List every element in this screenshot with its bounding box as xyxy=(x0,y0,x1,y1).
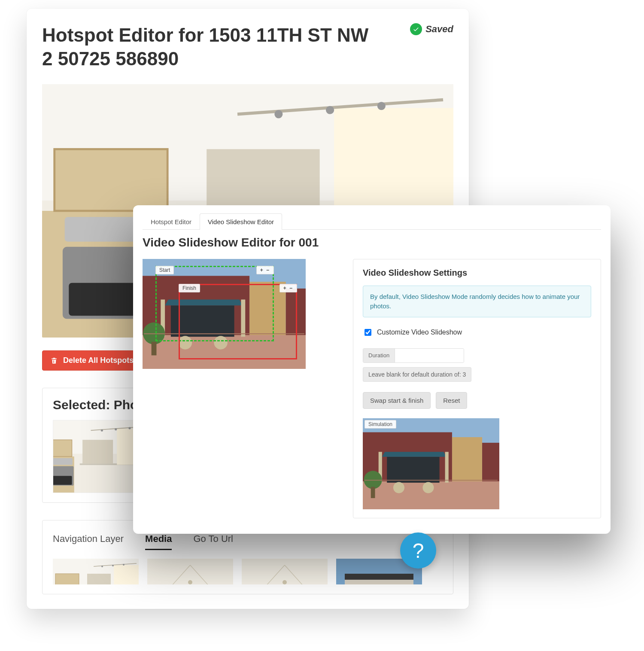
reset-button[interactable]: Reset xyxy=(436,392,467,409)
start-frame-zoom-buttons[interactable]: + − xyxy=(256,266,274,274)
video-slideshow-editor-card: Hotspot Editor Video Slideshow Editor Vi… xyxy=(133,205,611,534)
customize-checkbox-label: Customize Video Slideshow xyxy=(377,329,462,336)
question-icon: ? xyxy=(413,539,424,563)
save-status-text: Saved xyxy=(425,24,453,35)
media-tabs: Navigation Layer Media Go To Url xyxy=(53,533,443,550)
duration-input[interactable] xyxy=(395,349,464,362)
delete-button-label: Delete All Hotspots xyxy=(63,356,134,365)
media-gallery xyxy=(53,559,443,584)
start-frame-label: Start xyxy=(155,266,174,274)
help-button[interactable]: ? xyxy=(400,532,436,569)
tab-media[interactable]: Media xyxy=(145,533,172,550)
tab-go-to-url[interactable]: Go To Url xyxy=(193,533,233,549)
settings-info: By default, Video Slideshow Mode randoml… xyxy=(363,286,591,317)
slideshow-settings-panel: Video Slideshow Settings By default, Vid… xyxy=(353,259,601,518)
duration-input-group: Duration xyxy=(363,348,464,363)
save-status-badge: Saved xyxy=(410,23,453,35)
page-title: Hotspot Editor for 1503 11TH ST NW 2 507… xyxy=(42,23,377,70)
media-thumbnail[interactable] xyxy=(147,559,233,584)
customize-checkbox[interactable] xyxy=(365,329,371,336)
tab-video-slideshow-editor[interactable]: Video Slideshow Editor xyxy=(200,213,282,230)
settings-title: Video Slideshow Settings xyxy=(363,268,591,278)
tab-navigation-layer[interactable]: Navigation Layer xyxy=(53,533,124,549)
slideshow-preview[interactable]: Start + − Finish + − xyxy=(143,259,306,369)
trash-icon xyxy=(50,356,58,365)
finish-frame[interactable]: Finish + − xyxy=(179,284,297,359)
swap-start-finish-button[interactable]: Swap start & finish xyxy=(363,392,431,409)
slideshow-editor-title: Video Slideshow Editor for 001 xyxy=(143,236,601,249)
media-thumbnail[interactable] xyxy=(242,559,328,584)
customize-checkbox-row[interactable]: Customize Video Slideshow xyxy=(363,328,591,337)
duration-label: Duration xyxy=(363,349,395,362)
finish-frame-label: Finish xyxy=(179,284,200,292)
finish-frame-zoom-buttons[interactable]: + − xyxy=(279,284,297,292)
tab-hotspot-editor[interactable]: Hotspot Editor xyxy=(143,213,200,230)
check-circle-icon xyxy=(410,23,422,35)
editor-tabs: Hotspot Editor Video Slideshow Editor xyxy=(143,213,601,230)
duration-hint: Leave blank for default duration of: 3 xyxy=(363,367,471,382)
media-thumbnail[interactable] xyxy=(53,559,139,584)
selected-photo-thumbnail[interactable] xyxy=(53,420,134,493)
simulation-preview: Simulation xyxy=(363,418,499,509)
delete-all-hotspots-button[interactable]: Delete All Hotspots xyxy=(42,350,142,371)
simulation-label: Simulation xyxy=(365,420,396,429)
